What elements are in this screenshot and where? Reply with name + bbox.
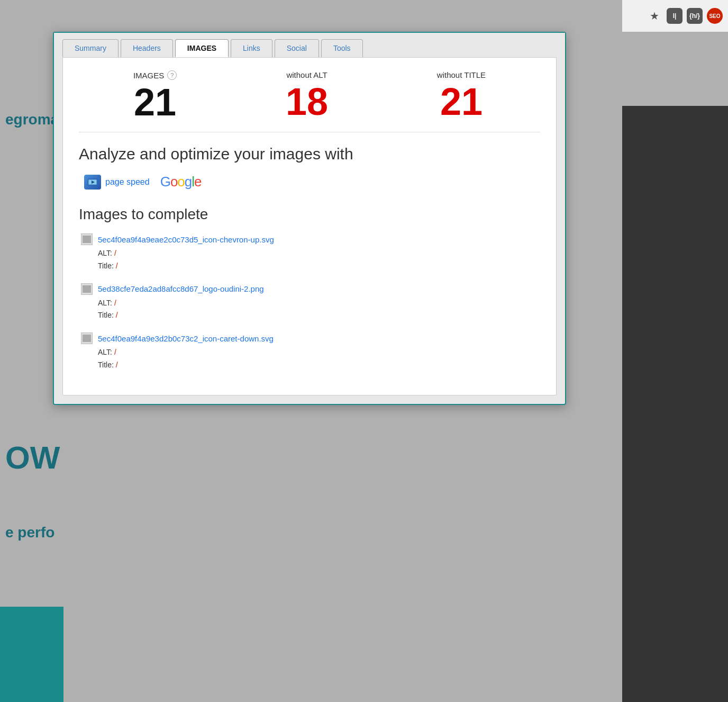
stat-without-title-value: 21 xyxy=(437,83,486,121)
page-speed-icon xyxy=(84,175,101,190)
image-title: Title: / xyxy=(98,309,540,322)
page-speed-button[interactable]: page speed xyxy=(84,175,150,190)
content-area: IMAGES ? 21 without ALT 18 without TITLE… xyxy=(62,57,557,395)
list-item: 5ec4f0ea9f4a9e3d2b0c73c2_icon-caret-down… xyxy=(79,332,540,372)
tab-social[interactable]: Social xyxy=(275,39,319,57)
list-item: 5ec4f0ea9f4a9eae2c0c73d5_icon-chevron-up… xyxy=(79,233,540,273)
stat-images-value: 21 xyxy=(133,83,177,121)
image-meta: ALT: / Title: / xyxy=(81,247,540,273)
stat-images-label: IMAGES ? xyxy=(133,70,177,80)
bg-teal-block xyxy=(0,607,63,702)
stat-without-alt-label: without ALT xyxy=(286,70,328,79)
stat-without-title: without TITLE 21 xyxy=(437,70,486,121)
tab-links[interactable]: Links xyxy=(231,39,272,57)
stat-without-alt-value: 18 xyxy=(286,83,328,121)
image-item-header: 5ed38cfe7eda2ad8afcc8d67_logo-oudini-2.p… xyxy=(81,283,540,295)
image-filename-link[interactable]: 5ec4f0ea9f4a9eae2c0c73d5_icon-chevron-up… xyxy=(98,235,274,244)
stats-row: IMAGES ? 21 without ALT 18 without TITLE… xyxy=(79,70,540,132)
image-alt: ALT: / xyxy=(98,297,540,310)
tab-summary[interactable]: Summary xyxy=(62,39,119,57)
image-title: Title: / xyxy=(98,359,540,372)
analyze-title: Analyze and optimize your images with xyxy=(79,145,540,163)
image-thumbnail xyxy=(81,283,93,295)
analyze-tools: page speed Google xyxy=(79,174,540,190)
tab-tools[interactable]: Tools xyxy=(321,39,363,57)
images-to-complete-title: Images to complete xyxy=(79,206,540,223)
tab-headers[interactable]: Headers xyxy=(121,39,173,57)
bg-text-2: OW xyxy=(0,434,65,481)
page-speed-label: page speed xyxy=(105,177,150,187)
image-filename-link[interactable]: 5ec4f0ea9f4a9e3d2b0c73c2_icon-caret-down… xyxy=(98,334,274,343)
image-meta: ALT: / Title: / xyxy=(81,297,540,322)
image-alt: ALT: / xyxy=(98,247,540,260)
images-help-icon[interactable]: ? xyxy=(167,70,177,80)
image-filename-link[interactable]: 5ed38cfe7eda2ad8afcc8d67_logo-oudini-2.p… xyxy=(98,284,264,293)
analyze-section: Analyze and optimize your images with pa… xyxy=(79,145,540,190)
extension-2-icon[interactable]: {h/} xyxy=(687,8,703,24)
image-item-header: 5ec4f0ea9f4a9eae2c0c73d5_icon-chevron-up… xyxy=(81,233,540,245)
browser-toolbar: ★ I| {h/} SEO xyxy=(622,0,728,32)
list-item: 5ed38cfe7eda2ad8afcc8d67_logo-oudini-2.p… xyxy=(79,283,540,322)
stat-images: IMAGES ? 21 xyxy=(133,70,177,121)
tab-images[interactable]: IMAGES xyxy=(175,39,229,57)
google-logo[interactable]: Google xyxy=(160,174,202,190)
images-to-complete-section: Images to complete 5ec4f0ea9f4a9eae2c0c7… xyxy=(79,206,540,372)
extension-1-icon[interactable]: I| xyxy=(667,8,683,24)
stat-without-title-label: without TITLE xyxy=(437,70,486,79)
stat-without-alt: without ALT 18 xyxy=(286,70,328,121)
image-alt: ALT: / xyxy=(98,346,540,359)
seo-popup-panel: Summary Headers IMAGES Links Social Tool… xyxy=(53,32,566,405)
image-thumbnail xyxy=(81,233,93,245)
image-title: Title: / xyxy=(98,260,540,273)
bg-dark-block xyxy=(622,106,728,702)
seo-extension-icon[interactable]: SEO xyxy=(707,8,723,24)
image-meta: ALT: / Title: / xyxy=(81,346,540,372)
bg-text-3: e perfo xyxy=(0,519,60,546)
bookmark-star-icon[interactable]: ★ xyxy=(647,8,662,24)
tab-bar: Summary Headers IMAGES Links Social Tool… xyxy=(54,33,565,57)
image-thumbnail xyxy=(81,332,93,344)
image-item-header: 5ec4f0ea9f4a9e3d2b0c73c2_icon-caret-down… xyxy=(81,332,540,344)
